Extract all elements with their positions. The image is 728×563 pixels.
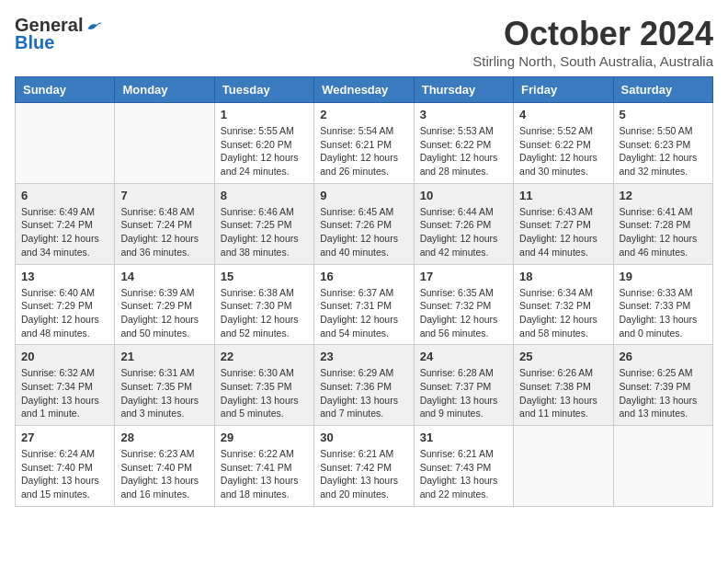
calendar-week-row: 13Sunrise: 6:40 AM Sunset: 7:29 PM Dayli… [16, 264, 713, 345]
day-info: Sunrise: 6:43 AM Sunset: 7:27 PM Dayligh… [519, 205, 607, 259]
day-info: Sunrise: 6:32 AM Sunset: 7:34 PM Dayligh… [21, 366, 108, 420]
day-info: Sunrise: 6:21 AM Sunset: 7:42 PM Dayligh… [320, 447, 407, 501]
day-info: Sunrise: 6:21 AM Sunset: 7:43 PM Dayligh… [420, 447, 507, 501]
day-number: 10 [420, 189, 507, 202]
calendar-cell: 11Sunrise: 6:43 AM Sunset: 7:27 PM Dayli… [514, 183, 613, 264]
day-number: 13 [21, 270, 108, 283]
day-info: Sunrise: 6:30 AM Sunset: 7:35 PM Dayligh… [221, 366, 308, 420]
day-number: 7 [120, 189, 208, 202]
day-number: 1 [221, 108, 308, 121]
day-info: Sunrise: 6:34 AM Sunset: 7:32 PM Dayligh… [519, 286, 607, 340]
calendar-cell: 19Sunrise: 6:33 AM Sunset: 7:33 PM Dayli… [613, 264, 712, 345]
day-info: Sunrise: 5:55 AM Sunset: 6:20 PM Dayligh… [221, 124, 308, 178]
calendar-cell: 8Sunrise: 6:46 AM Sunset: 7:25 PM Daylig… [214, 183, 313, 264]
calendar-cell: 4Sunrise: 5:52 AM Sunset: 6:22 PM Daylig… [514, 103, 613, 184]
day-number: 16 [320, 270, 407, 283]
calendar-cell: 24Sunrise: 6:28 AM Sunset: 7:37 PM Dayli… [414, 345, 513, 426]
calendar-cell: 21Sunrise: 6:31 AM Sunset: 7:35 PM Dayli… [115, 345, 214, 426]
calendar-cell: 23Sunrise: 6:29 AM Sunset: 7:36 PM Dayli… [314, 345, 414, 426]
day-info: Sunrise: 6:45 AM Sunset: 7:26 PM Dayligh… [320, 205, 407, 259]
calendar-cell: 6Sunrise: 6:49 AM Sunset: 7:24 PM Daylig… [16, 183, 115, 264]
day-number: 22 [221, 350, 308, 363]
calendar-table: SundayMondayTuesdayWednesdayThursdayFrid… [15, 76, 713, 507]
calendar-cell [514, 426, 613, 507]
calendar-week-row: 27Sunrise: 6:24 AM Sunset: 7:40 PM Dayli… [16, 426, 713, 507]
calendar-cell [115, 103, 214, 184]
day-info: Sunrise: 6:23 AM Sunset: 7:40 PM Dayligh… [120, 447, 208, 501]
calendar-cell: 7Sunrise: 6:48 AM Sunset: 7:24 PM Daylig… [115, 183, 214, 264]
title-section: October 2024 Stirling North, South Austr… [472, 15, 713, 69]
day-info: Sunrise: 5:53 AM Sunset: 6:22 PM Dayligh… [420, 124, 507, 178]
day-number: 26 [620, 350, 707, 363]
calendar-cell [16, 103, 115, 184]
calendar-week-row: 1Sunrise: 5:55 AM Sunset: 6:20 PM Daylig… [16, 103, 713, 184]
day-info: Sunrise: 6:37 AM Sunset: 7:31 PM Dayligh… [320, 286, 407, 340]
header-wednesday: Wednesday [314, 77, 414, 103]
day-info: Sunrise: 6:44 AM Sunset: 7:26 PM Dayligh… [420, 205, 507, 259]
day-number: 15 [221, 270, 308, 283]
page-header: General Blue October 2024 Stirling North… [15, 15, 713, 69]
day-info: Sunrise: 6:33 AM Sunset: 7:33 PM Dayligh… [620, 286, 707, 340]
day-number: 9 [320, 189, 407, 202]
day-number: 6 [21, 189, 108, 202]
calendar-week-row: 6Sunrise: 6:49 AM Sunset: 7:24 PM Daylig… [16, 183, 713, 264]
day-info: Sunrise: 6:25 AM Sunset: 7:39 PM Dayligh… [620, 366, 707, 420]
calendar-cell: 9Sunrise: 6:45 AM Sunset: 7:26 PM Daylig… [314, 183, 414, 264]
calendar-cell: 5Sunrise: 5:50 AM Sunset: 6:23 PM Daylig… [613, 103, 712, 184]
day-number: 29 [221, 431, 308, 444]
day-info: Sunrise: 5:54 AM Sunset: 6:21 PM Dayligh… [320, 124, 407, 178]
day-info: Sunrise: 6:22 AM Sunset: 7:41 PM Dayligh… [221, 447, 308, 501]
day-number: 2 [320, 108, 407, 121]
calendar-cell: 14Sunrise: 6:39 AM Sunset: 7:29 PM Dayli… [115, 264, 214, 345]
calendar-header-row: SundayMondayTuesdayWednesdayThursdayFrid… [16, 77, 713, 103]
calendar-cell: 13Sunrise: 6:40 AM Sunset: 7:29 PM Dayli… [16, 264, 115, 345]
calendar-cell: 10Sunrise: 6:44 AM Sunset: 7:26 PM Dayli… [414, 183, 513, 264]
month-title: October 2024 [472, 15, 713, 53]
day-number: 11 [519, 189, 607, 202]
header-friday: Friday [514, 77, 613, 103]
location-subtitle: Stirling North, South Australia, Austral… [472, 53, 713, 69]
day-number: 5 [620, 108, 707, 121]
day-info: Sunrise: 5:50 AM Sunset: 6:23 PM Dayligh… [620, 124, 707, 178]
logo-blue-text: Blue [15, 32, 54, 53]
calendar-cell: 2Sunrise: 5:54 AM Sunset: 6:21 PM Daylig… [314, 103, 414, 184]
day-number: 3 [420, 108, 507, 121]
day-number: 30 [320, 431, 407, 444]
day-number: 4 [519, 108, 607, 121]
calendar-cell: 3Sunrise: 5:53 AM Sunset: 6:22 PM Daylig… [414, 103, 513, 184]
day-info: Sunrise: 6:41 AM Sunset: 7:28 PM Dayligh… [620, 205, 707, 259]
day-info: Sunrise: 5:52 AM Sunset: 6:22 PM Dayligh… [519, 124, 607, 178]
day-number: 31 [420, 431, 507, 444]
header-monday: Monday [115, 77, 214, 103]
header-saturday: Saturday [613, 77, 712, 103]
calendar-cell: 12Sunrise: 6:41 AM Sunset: 7:28 PM Dayli… [613, 183, 712, 264]
calendar-cell: 30Sunrise: 6:21 AM Sunset: 7:42 PM Dayli… [314, 426, 414, 507]
calendar-cell [613, 426, 712, 507]
calendar-cell: 1Sunrise: 5:55 AM Sunset: 6:20 PM Daylig… [214, 103, 313, 184]
day-number: 19 [620, 270, 707, 283]
calendar-cell: 28Sunrise: 6:23 AM Sunset: 7:40 PM Dayli… [115, 426, 214, 507]
calendar-cell: 26Sunrise: 6:25 AM Sunset: 7:39 PM Dayli… [613, 345, 712, 426]
logo: General Blue [15, 15, 103, 53]
calendar-cell: 17Sunrise: 6:35 AM Sunset: 7:32 PM Dayli… [414, 264, 513, 345]
day-info: Sunrise: 6:24 AM Sunset: 7:40 PM Dayligh… [21, 447, 108, 501]
calendar-cell: 31Sunrise: 6:21 AM Sunset: 7:43 PM Dayli… [414, 426, 513, 507]
day-number: 14 [120, 270, 208, 283]
calendar-cell: 29Sunrise: 6:22 AM Sunset: 7:41 PM Dayli… [214, 426, 313, 507]
day-number: 23 [320, 350, 407, 363]
logo-bird-icon [85, 17, 103, 35]
day-info: Sunrise: 6:29 AM Sunset: 7:36 PM Dayligh… [320, 366, 407, 420]
day-info: Sunrise: 6:46 AM Sunset: 7:25 PM Dayligh… [221, 205, 308, 259]
calendar-cell: 25Sunrise: 6:26 AM Sunset: 7:38 PM Dayli… [514, 345, 613, 426]
day-number: 25 [519, 350, 607, 363]
day-info: Sunrise: 6:49 AM Sunset: 7:24 PM Dayligh… [21, 205, 108, 259]
calendar-cell: 20Sunrise: 6:32 AM Sunset: 7:34 PM Dayli… [16, 345, 115, 426]
day-number: 27 [21, 431, 108, 444]
calendar-week-row: 20Sunrise: 6:32 AM Sunset: 7:34 PM Dayli… [16, 345, 713, 426]
day-info: Sunrise: 6:39 AM Sunset: 7:29 PM Dayligh… [120, 286, 208, 340]
header-thursday: Thursday [414, 77, 513, 103]
day-number: 17 [420, 270, 507, 283]
header-sunday: Sunday [16, 77, 115, 103]
day-info: Sunrise: 6:40 AM Sunset: 7:29 PM Dayligh… [21, 286, 108, 340]
day-info: Sunrise: 6:31 AM Sunset: 7:35 PM Dayligh… [120, 366, 208, 420]
